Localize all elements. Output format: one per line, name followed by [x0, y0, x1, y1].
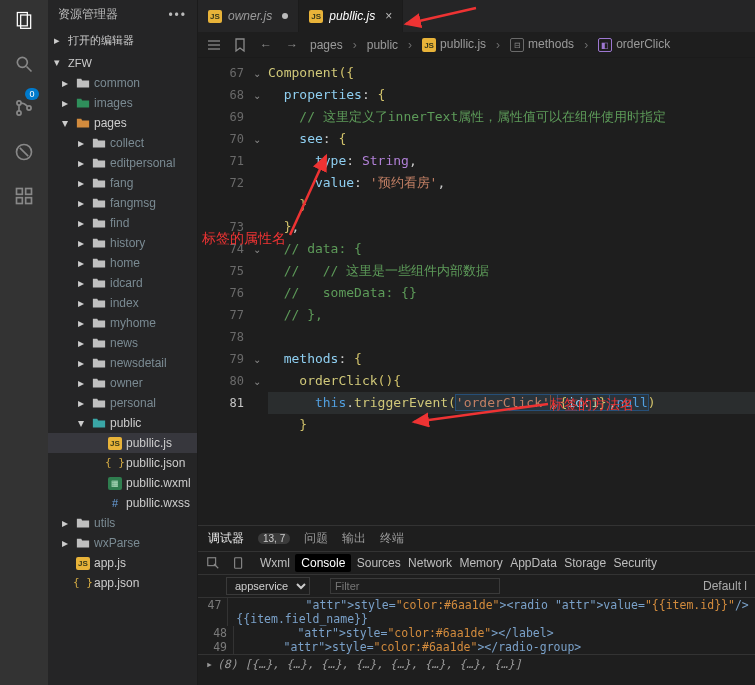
- chevron-right-icon: ▸: [78, 293, 88, 313]
- tree-item-public[interactable]: ▾public: [48, 413, 197, 433]
- tree-item-publlic-js[interactable]: JSpubllic.js: [48, 433, 197, 453]
- tree-item-personal[interactable]: ▸personal: [48, 393, 197, 413]
- tree-item-editpersonal[interactable]: ▸editpersonal: [48, 153, 197, 173]
- tree-item-publlic-wxss[interactable]: #publlic.wxss: [48, 493, 197, 513]
- code-line[interactable]: methods: {: [268, 348, 755, 370]
- crumb-file[interactable]: JSpubllic.js: [422, 37, 486, 53]
- code-line[interactable]: // },: [268, 304, 755, 326]
- json-icon: { }: [76, 576, 90, 590]
- code-editor[interactable]: 676869707172737475767778798081 ⌄⌄⌄⌄⌄⌄ Co…: [198, 58, 755, 525]
- tree-item-news[interactable]: ▸news: [48, 333, 197, 353]
- fold-icon[interactable]: ⌄: [250, 238, 264, 260]
- section-project[interactable]: ▾ ZFW: [48, 52, 197, 73]
- crumb-public[interactable]: public: [367, 38, 398, 52]
- fold-icon[interactable]: ⌄: [250, 128, 264, 150]
- tree-item-pages[interactable]: ▾pages: [48, 113, 197, 133]
- code-line[interactable]: // // 这里是一些组件内部数据: [268, 260, 755, 282]
- code-line[interactable]: },: [268, 216, 755, 238]
- code-line[interactable]: [268, 326, 755, 348]
- tree-item-owner[interactable]: ▸owner: [48, 373, 197, 393]
- tree-item-utils[interactable]: ▸utils: [48, 513, 197, 533]
- context-select[interactable]: appservice: [226, 577, 310, 595]
- tree-item-common[interactable]: ▸common: [48, 73, 197, 93]
- tree-item-myhome[interactable]: ▸myhome: [48, 313, 197, 333]
- fold-icon[interactable]: ⌄: [250, 62, 264, 84]
- bookmark-icon[interactable]: [232, 37, 248, 53]
- code-line[interactable]: // someData: {}: [268, 282, 755, 304]
- tree-item-history[interactable]: ▸history: [48, 233, 197, 253]
- tree-item-home[interactable]: ▸home: [48, 253, 197, 273]
- debug-icon[interactable]: [12, 140, 36, 164]
- list-icon[interactable]: [206, 37, 222, 53]
- chevron-right-icon: ▸: [78, 273, 88, 293]
- tree-item-images[interactable]: ▸images: [48, 93, 197, 113]
- fold-icon: [250, 304, 264, 326]
- code-line[interactable]: // 这里定义了innerText属性，属性值可以在组件使用时指定: [268, 106, 755, 128]
- code-line[interactable]: properties: {: [268, 84, 755, 106]
- code-line[interactable]: type: String,: [268, 150, 755, 172]
- tree-item-fangmsg[interactable]: ▸fangmsg: [48, 193, 197, 213]
- fold-icon[interactable]: ⌄: [250, 348, 264, 370]
- tree-item-fang[interactable]: ▸fang: [48, 173, 197, 193]
- code-line[interactable]: Component({: [268, 62, 755, 84]
- devtools-tab-wxml[interactable]: Wxml: [258, 554, 292, 572]
- device-toggle-icon[interactable]: [232, 556, 246, 570]
- console-array-expand[interactable]: ▸(8) [{…}, {…}, {…}, {…}, {…}, {…}, {…},…: [198, 654, 755, 673]
- svg-rect-12: [26, 198, 32, 204]
- source-control-icon[interactable]: 0: [12, 96, 36, 120]
- tree-item-app-js[interactable]: JSapp.js: [48, 553, 197, 573]
- close-icon[interactable]: ×: [381, 9, 392, 23]
- tree-item-collect[interactable]: ▸collect: [48, 133, 197, 153]
- devtools-tab-appdata[interactable]: AppData: [508, 554, 559, 572]
- console-body[interactable]: 47 "attr">style="color:#6aa1de"><radio "…: [198, 598, 755, 685]
- filter-input[interactable]: [330, 578, 500, 594]
- console-source-line[interactable]: 49 "attr">style="color:#6aa1de"></radio-…: [198, 640, 755, 654]
- explorer-icon[interactable]: [12, 8, 36, 32]
- tree-item-newsdetail[interactable]: ▸newsdetail: [48, 353, 197, 373]
- section-open-editors[interactable]: ▸ 打开的编辑器: [48, 29, 197, 52]
- code-line[interactable]: see: {: [268, 128, 755, 150]
- folder-icon: [92, 316, 106, 330]
- nav-forward-icon[interactable]: →: [284, 37, 300, 53]
- tab-owner-js[interactable]: JSowner.js: [198, 0, 299, 32]
- panel-tab-output[interactable]: 输出: [342, 530, 366, 547]
- crumb-pages[interactable]: pages: [310, 38, 343, 52]
- nav-back-icon[interactable]: ←: [258, 37, 274, 53]
- fold-icon[interactable]: ⌄: [250, 84, 264, 106]
- devtools-tab-console[interactable]: Console: [295, 554, 351, 572]
- tree-item-app-json[interactable]: { }app.json: [48, 573, 197, 593]
- tree-item-find[interactable]: ▸find: [48, 213, 197, 233]
- devtools-tab-security[interactable]: Security: [612, 554, 659, 572]
- extensions-icon[interactable]: [12, 184, 36, 208]
- devtools-tab-network[interactable]: Network: [406, 554, 454, 572]
- code-line[interactable]: }: [268, 414, 755, 436]
- code-line[interactable]: value: '预约看房',: [268, 172, 755, 194]
- devtools-tab-storage[interactable]: Storage: [562, 554, 608, 572]
- devtools-tab-memory[interactable]: Memory: [457, 554, 504, 572]
- tree-item-publlic-json[interactable]: { }publlic.json: [48, 453, 197, 473]
- tree-item-idcard[interactable]: ▸idcard: [48, 273, 197, 293]
- bottom-panel: 调试器 13, 7 问题 输出 终端 Wxml Console Sources …: [198, 525, 755, 685]
- panel-tab-problems[interactable]: 问题: [304, 530, 328, 547]
- panel-tab-terminal[interactable]: 终端: [380, 530, 404, 547]
- crumb-methods[interactable]: ⊟methods: [510, 37, 574, 53]
- devtools-tab-sources[interactable]: Sources: [355, 554, 403, 572]
- sidebar-more-icon[interactable]: •••: [168, 8, 187, 22]
- console-source-line[interactable]: 48 "attr">style="color:#6aa1de"></label>: [198, 626, 755, 640]
- console-source-line[interactable]: 47 "attr">style="color:#6aa1de"><radio "…: [198, 598, 755, 626]
- tree-item-wxParse[interactable]: ▸wxParse: [48, 533, 197, 553]
- levels-dropdown[interactable]: Default l: [703, 579, 747, 593]
- crumb-orderclick[interactable]: ◧orderClick: [598, 37, 670, 53]
- tab-publlic-js[interactable]: JSpubllic.js×: [299, 0, 403, 32]
- code-line[interactable]: }: [268, 194, 755, 216]
- code-line[interactable]: orderClick(){: [268, 370, 755, 392]
- tree-item-publlic-wxml[interactable]: ▦publlic.wxml: [48, 473, 197, 493]
- inspect-element-icon[interactable]: [206, 556, 220, 570]
- tree-item-index[interactable]: ▸index: [48, 293, 197, 313]
- panel-tab-debugger[interactable]: 调试器: [208, 530, 244, 547]
- code-line[interactable]: // data: {: [268, 238, 755, 260]
- code-line[interactable]: this.triggerEvent('orderClick',{id:1},nu…: [268, 392, 755, 414]
- fold-icon: [250, 216, 264, 238]
- search-icon[interactable]: [12, 52, 36, 76]
- fold-icon[interactable]: ⌄: [250, 370, 264, 392]
